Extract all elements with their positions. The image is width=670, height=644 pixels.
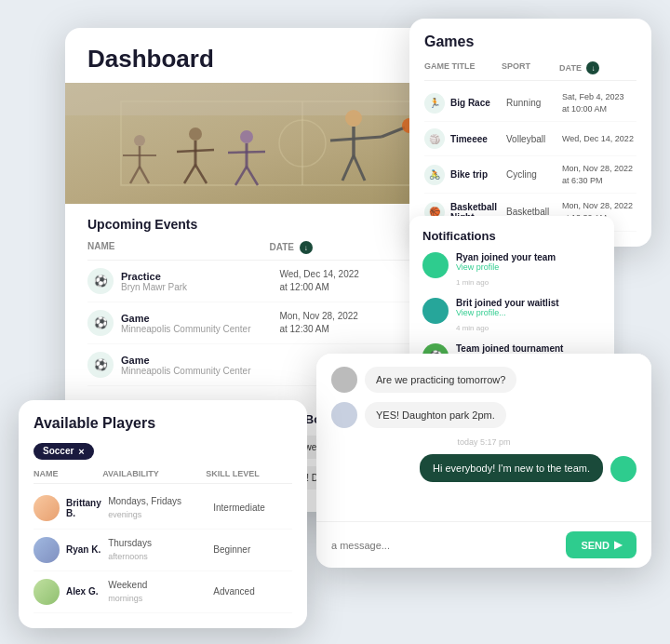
chat-msg-avatar-1	[331, 367, 357, 393]
send-button[interactable]: SEND ▶	[566, 531, 636, 558]
games-card: Games GAME TITLE SPORT DATE ↓ 🏃 Big Race…	[409, 19, 651, 247]
game-sport: Running	[506, 98, 562, 108]
avail-avatar-ryan	[34, 537, 60, 563]
filter-remove-icon[interactable]: ×	[78, 446, 84, 457]
notif-time: 1 min ago	[456, 278, 489, 287]
chat-msg-left-1: Are we practicing tomorrow?	[331, 367, 636, 393]
game-name: Big Race	[450, 98, 506, 108]
game-row: 🚴 Bike trip Cycling Mon, Nov 28, 2022 at…	[424, 156, 636, 194]
event-icon-game2: ⚽	[87, 352, 114, 378]
date-sort-icon: ↓	[586, 61, 599, 74]
avail-col-avail: AVAILABILITY	[102, 469, 206, 478]
running-icon: 🏃	[424, 93, 445, 114]
event-name: Game	[121, 355, 265, 366]
chat-input-area: SEND ▶	[316, 521, 651, 568]
svg-point-22	[134, 135, 145, 146]
chat-card: Are we practicing tomorrow? YES! Daughto…	[316, 354, 651, 568]
notif-text: Team joined tournament	[456, 343, 563, 354]
notif-item-ryan: Ryan joined your team View profile 1 min…	[422, 252, 601, 288]
game-name: Bike trip	[450, 169, 506, 180]
avail-skill: Advanced	[213, 586, 292, 597]
svg-point-10	[345, 110, 362, 127]
event-name: Game	[121, 313, 279, 324]
volleyball-icon: 🏐	[424, 128, 445, 149]
chat-msg-left-2: YES! Daughton park 2pm.	[331, 402, 636, 428]
notif-content-ryan: Ryan joined your team View profile 1 min…	[456, 252, 556, 288]
svg-line-29	[228, 152, 265, 153]
event-info-practice: Practice Bryn Mawr Park	[121, 271, 279, 292]
game-sport: Volleyball	[506, 134, 562, 144]
avail-skill: Beginner	[213, 544, 292, 555]
notif-link[interactable]: View profile	[456, 262, 556, 272]
game-date: Mon, Nov 28, 2022 at 6:30 PM	[562, 163, 636, 186]
notif-avatar-ryan	[422, 252, 449, 278]
event-name: Practice	[121, 271, 279, 282]
event-icon-practice: ⚽	[87, 268, 114, 294]
own-message-bubble: Hi everybody! I'm new to the team.	[420, 454, 603, 482]
chat-msg-avatar-2	[331, 402, 357, 428]
chat-msg-bubble-2: YES! Daughton park 2pm.	[365, 402, 506, 428]
avail-name: Brittany B.	[66, 498, 108, 518]
avail-availability: Mondays, Fridays evenings	[108, 495, 213, 521]
chat-body: Are we practicing tomorrow? YES! Daughto…	[316, 354, 651, 521]
event-info-game1: Game Minneapolis Community Center	[121, 313, 279, 334]
notifications-title: Notifications	[422, 229, 601, 243]
games-col-title: GAME TITLE	[424, 61, 502, 74]
notif-text: Brit joined your waitlist	[456, 298, 559, 308]
avail-availability: Thursdays afternoons	[108, 537, 213, 563]
event-location: Bryn Mawr Park	[121, 282, 279, 292]
chat-msg-bubble-1: Are we practicing tomorrow?	[365, 367, 516, 393]
games-col-date: DATE ↓	[559, 61, 636, 74]
games-col-sport: SPORT	[502, 61, 559, 74]
game-row: 🏐 Timeeee Volleyball Wed, Dec 14, 2022	[424, 122, 636, 156]
avail-row-brittany: Brittany B. Mondays, Fridays evenings In…	[34, 488, 292, 530]
game-date: Wed, Dec 14, 2022	[562, 133, 636, 145]
event-location: Minneapolis Community Center	[121, 366, 265, 376]
event-info-game2: Game Minneapolis Community Center	[121, 355, 265, 376]
event-location: Minneapolis Community Center	[121, 324, 279, 334]
notif-link[interactable]: View profile...	[456, 308, 559, 317]
notif-time: 4 min ago	[456, 324, 489, 332]
available-players-title: Available Players	[34, 415, 292, 432]
chat-input[interactable]	[331, 540, 558, 551]
notif-avatar-brit	[422, 298, 449, 324]
avail-col-name: NAME	[34, 469, 102, 478]
avail-name: Alex G.	[66, 586, 108, 597]
notif-item-brit: Brit joined your waitlist View profile..…	[422, 298, 601, 334]
svg-point-27	[240, 130, 253, 143]
avail-availability: Weekend mornings	[108, 579, 213, 605]
games-table-header: GAME TITLE SPORT DATE ↓	[424, 61, 636, 81]
send-icon: ▶	[614, 539, 622, 551]
avail-avatar-brittany	[34, 495, 60, 521]
avail-skill: Intermediate	[213, 503, 292, 513]
events-col-name: NAME	[87, 241, 269, 254]
chat-divider: today 5:17 pm	[331, 437, 636, 447]
notif-content-brit: Brit joined your waitlist View profile..…	[456, 298, 559, 334]
game-name: Timeeee	[450, 134, 506, 144]
avail-row-alex: Alex G. Weekend mornings Advanced	[34, 571, 292, 613]
avail-name: Ryan K.	[66, 544, 108, 555]
avail-row-ryan: Ryan K. Thursdays afternoons Beginner	[34, 530, 292, 571]
filter-tag-soccer[interactable]: Soccer ×	[34, 443, 94, 460]
chat-msg-right: Hi everybody! I'm new to the team.	[331, 454, 636, 482]
date-filter-icon[interactable]: ↓	[300, 241, 313, 254]
game-row: 🏃 Big Race Running Sat, Feb 4, 2023 at 1…	[424, 85, 636, 122]
avail-avatar-alex	[34, 579, 60, 605]
available-players-card: Available Players Soccer × NAME AVAILABI…	[19, 400, 307, 628]
game-date: Sat, Feb 4, 2023 at 10:00 AM	[562, 91, 636, 114]
avail-col-skill: SKILL LEVEL	[206, 469, 292, 478]
svg-point-5	[189, 127, 202, 141]
event-icon-game1: ⚽	[87, 310, 114, 336]
cycling-icon: 🚴	[424, 165, 445, 185]
notif-text: Ryan joined your team	[456, 252, 556, 262]
available-table-header: NAME AVAILABILITY SKILL LEVEL	[34, 469, 292, 484]
game-sport: Cycling	[506, 169, 562, 180]
games-title: Games	[424, 34, 636, 50]
own-avatar	[610, 456, 636, 482]
